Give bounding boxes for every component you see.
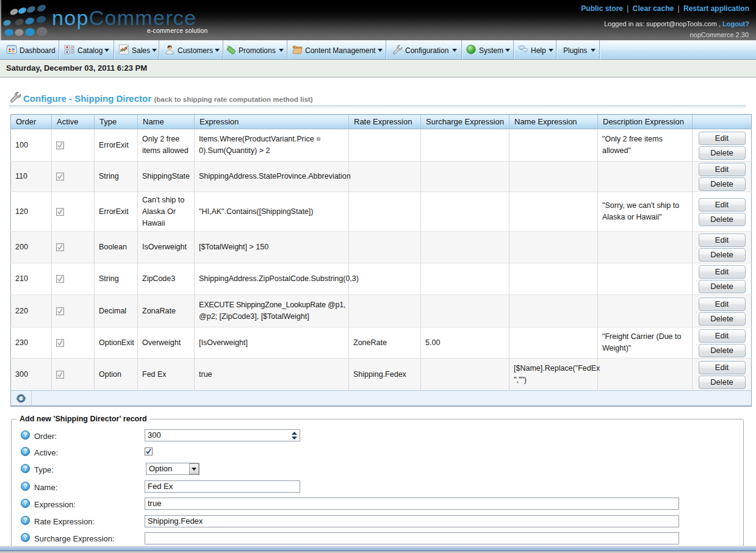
- svg-text:?: ?: [23, 483, 27, 490]
- svg-text:?: ?: [23, 448, 27, 455]
- svg-text:?: ?: [23, 465, 27, 472]
- svg-text:?: ?: [23, 432, 27, 438]
- svg-text:?: ?: [23, 534, 27, 541]
- svg-text:?: ?: [23, 500, 27, 507]
- svg-text:?: ?: [23, 517, 27, 524]
